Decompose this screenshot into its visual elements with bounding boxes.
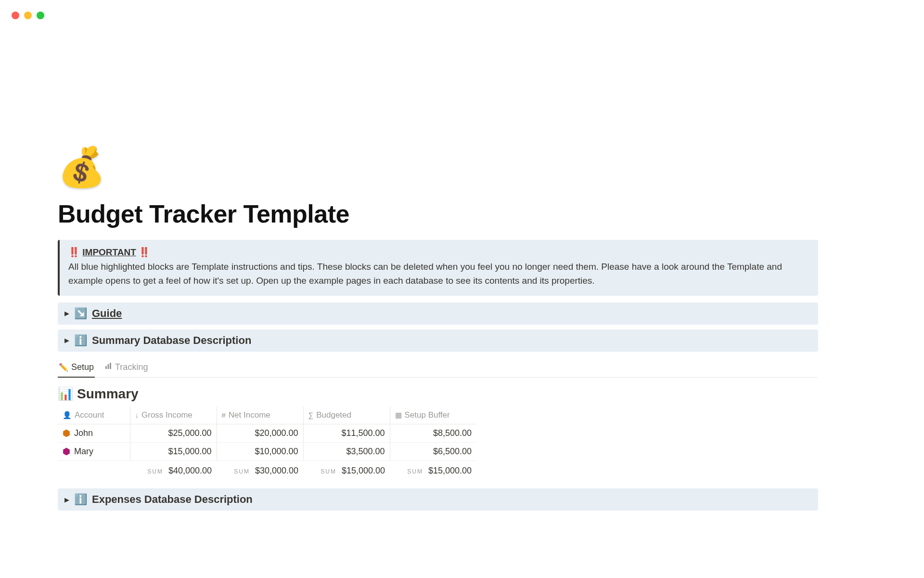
alert-icon: ‼️ — [139, 247, 150, 257]
column-budgeted[interactable]: ∑Budgeted — [303, 407, 390, 424]
window-close-button[interactable] — [12, 12, 19, 19]
tab-tracking[interactable]: Tracking — [103, 358, 149, 377]
bar-chart-icon — [104, 362, 112, 372]
toggle-expenses-description[interactable]: ▶ ℹ️ Expenses Database Description — [58, 488, 818, 511]
sum-label: sum — [321, 468, 336, 475]
chevron-right-icon: ▶ — [64, 310, 69, 317]
person-icon: 👤 — [63, 411, 72, 420]
cell-buffer[interactable]: $8,500.00 — [390, 424, 476, 443]
summary-title-text: Summary — [77, 386, 139, 402]
cell-gross[interactable]: $25,000.00 — [130, 424, 217, 443]
hexagon-icon — [63, 429, 70, 437]
callout-body: All blue highlighted blocks are Template… — [68, 260, 809, 288]
cell-account-name[interactable]: Mary — [58, 443, 130, 461]
sum-gross[interactable]: sum $40,000.00 — [130, 461, 217, 480]
tab-tracking-label: Tracking — [115, 362, 148, 372]
sum-budgeted-value: $15,000.00 — [342, 466, 385, 475]
table-row[interactable]: John $25,000.00 $20,000.00 $11,500.00 $8… — [58, 424, 476, 443]
column-net-income[interactable]: #Net Income — [217, 407, 303, 424]
sum-buffer[interactable]: sum $15,000.00 — [390, 461, 476, 480]
arrow-down-right-icon: ↘️ — [74, 307, 87, 320]
window-maximize-button[interactable] — [37, 12, 44, 19]
toggle-guide-label: Guide — [92, 307, 122, 320]
cell-net[interactable]: $20,000.00 — [217, 424, 303, 443]
alert-icon: ‼️ — [68, 247, 80, 257]
account-name-text: John — [74, 428, 93, 438]
toggle-summary-description-label: Summary Database Description — [92, 334, 251, 347]
arrow-down-icon: ↓ — [135, 411, 139, 419]
svg-rect-2 — [110, 363, 111, 369]
tab-setup[interactable]: ✏️ Setup — [58, 358, 95, 377]
sum-label: sum — [407, 468, 423, 475]
toggle-summary-description[interactable]: ▶ ℹ️ Summary Database Description — [58, 329, 818, 352]
window-minimize-button[interactable] — [24, 12, 32, 19]
column-gross-label: Gross Income — [141, 410, 192, 420]
callout-title-text: IMPORTANT — [82, 247, 136, 257]
column-setup-buffer[interactable]: ▦Setup Buffer — [390, 407, 476, 424]
toggle-expenses-description-label: Expenses Database Description — [92, 493, 253, 506]
column-buffer-label: Setup Buffer — [405, 410, 450, 420]
sum-budgeted[interactable]: sum $15,000.00 — [303, 461, 390, 480]
cell-net[interactable]: $10,000.00 — [217, 443, 303, 461]
column-account-label: Account — [75, 410, 104, 420]
page-content: 💰 Budget Tracker Template ‼️ IMPORTANT ‼… — [58, 144, 818, 515]
chevron-right-icon: ▶ — [64, 496, 69, 503]
column-net-label: Net Income — [229, 410, 270, 420]
sum-label: sum — [147, 468, 163, 475]
callout-title: ‼️ IMPORTANT ‼️ — [68, 247, 809, 258]
sum-net[interactable]: sum $30,000.00 — [217, 461, 303, 480]
svg-rect-0 — [105, 366, 107, 369]
chevron-right-icon: ▶ — [64, 337, 69, 344]
important-callout[interactable]: ‼️ IMPORTANT ‼️ All blue highlighted blo… — [58, 240, 818, 296]
table-header-row: 👤Account ↓Gross Income #Net Income ∑Budg… — [58, 407, 476, 424]
window-controls — [12, 12, 44, 19]
table-row[interactable]: Mary $15,000.00 $10,000.00 $3,500.00 $6,… — [58, 443, 476, 461]
svg-rect-1 — [108, 364, 109, 369]
cell-gross[interactable]: $15,000.00 — [130, 443, 217, 461]
sum-label: sum — [234, 468, 250, 475]
hexagon-icon — [63, 447, 70, 455]
tab-setup-label: Setup — [71, 362, 94, 372]
page-title[interactable]: Budget Tracker Template — [58, 199, 818, 228]
sum-net-value: $30,000.00 — [255, 466, 298, 475]
page-icon[interactable]: 💰 — [58, 144, 818, 190]
info-icon: ℹ️ — [74, 493, 87, 506]
toggle-guide[interactable]: ▶ ↘️ Guide — [58, 302, 818, 325]
hash-icon: # — [222, 411, 226, 419]
sum-gross-value: $40,000.00 — [168, 466, 212, 475]
account-name-text: Mary — [74, 447, 93, 457]
column-account[interactable]: 👤Account — [58, 407, 130, 424]
summary-section-title[interactable]: 📊 Summary — [58, 386, 818, 402]
formula-icon: ∑ — [308, 411, 314, 419]
grid-icon: ▦ — [395, 411, 402, 420]
column-budgeted-label: Budgeted — [316, 410, 351, 420]
cell-budgeted[interactable]: $3,500.00 — [303, 443, 390, 461]
summary-table: 👤Account ↓Gross Income #Net Income ∑Budg… — [58, 407, 476, 480]
sum-buffer-value: $15,000.00 — [428, 466, 472, 475]
bar-chart-icon: 📊 — [58, 386, 73, 401]
table-sum-row: sum $40,000.00 sum $30,000.00 sum $15,00… — [58, 461, 476, 480]
info-icon: ℹ️ — [74, 334, 87, 347]
cell-account-name[interactable]: John — [58, 424, 130, 443]
database-view-tabs: ✏️ Setup Tracking — [58, 356, 818, 378]
column-gross-income[interactable]: ↓Gross Income — [130, 407, 217, 424]
cell-buffer[interactable]: $6,500.00 — [390, 443, 476, 461]
pencil-icon: ✏️ — [59, 363, 68, 372]
cell-budgeted[interactable]: $11,500.00 — [303, 424, 390, 443]
